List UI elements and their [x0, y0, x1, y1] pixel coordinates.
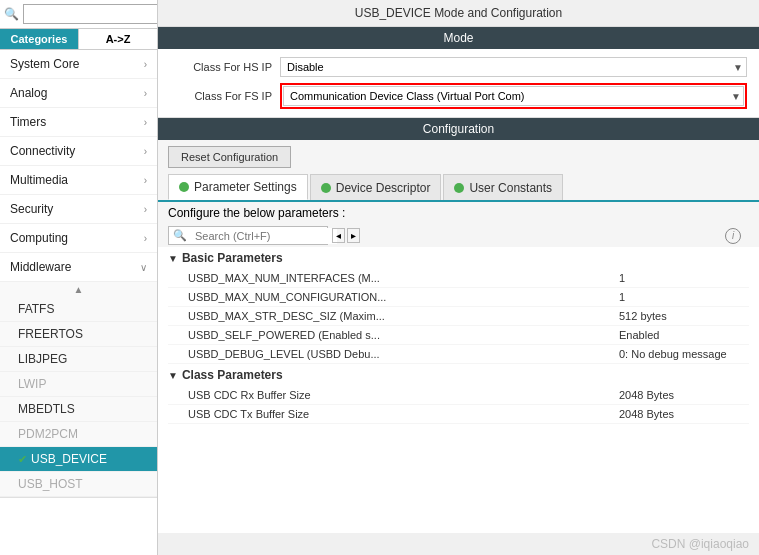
tab-categories[interactable]: Categories — [0, 29, 79, 49]
chevron-right-icon: › — [144, 146, 147, 157]
sidebar-tabs: Categories A->Z — [0, 29, 157, 50]
middleware-item-fatfs[interactable]: FATFS — [0, 297, 157, 322]
main-title: USB_DEVICE Mode and Configuration — [158, 0, 759, 27]
table-row: USB CDC Rx Buffer Size 2048 Bytes — [168, 386, 749, 405]
mode-section: Mode Class For HS IP Disable Communicati… — [158, 27, 759, 118]
param-value: 2048 Bytes — [619, 408, 749, 420]
tab-dot-icon — [321, 183, 331, 193]
sidebar-item-multimedia[interactable]: Multimedia › — [0, 166, 157, 195]
table-row: USBD_MAX_NUM_INTERFACES (M... 1 — [168, 269, 749, 288]
middleware-item-mbedtls[interactable]: MBEDTLS — [0, 397, 157, 422]
info-icon[interactable]: i — [725, 228, 741, 244]
middleware-item-label: USB_DEVICE — [31, 452, 107, 466]
middleware-children: ▲ FATFS FREERTOS LIBJPEG LWIP MBEDTLS PD… — [0, 282, 157, 498]
chevron-right-icon: › — [144, 204, 147, 215]
fs-ip-select[interactable]: Disable Communication Device Class (Virt… — [283, 86, 744, 106]
chevron-right-icon: › — [144, 59, 147, 70]
sidebar-items: System Core › Analog › Timers › Connecti… — [0, 50, 157, 555]
middleware-item-pdm2pcm[interactable]: PDM2PCM — [0, 422, 157, 447]
mode-form: Class For HS IP Disable Communication De… — [158, 49, 759, 118]
config-section-header: Configuration — [158, 118, 759, 140]
fs-ip-label: Class For FS IP — [170, 90, 280, 102]
sidebar-item-computing[interactable]: Computing › — [0, 224, 157, 253]
chevron-right-icon: › — [144, 233, 147, 244]
middleware-item-usb-host[interactable]: USB_HOST — [0, 472, 157, 497]
search-icon: 🔍 — [169, 227, 191, 244]
middleware-item-usb-device[interactable]: ✔ USB_DEVICE — [0, 447, 157, 472]
config-toolbar: Reset Configuration — [158, 140, 759, 174]
hs-ip-select[interactable]: Disable Communication Device Class (Virt… — [280, 57, 747, 77]
sidebar-item-label: Computing — [10, 231, 68, 245]
sidebar-item-label: Analog — [10, 86, 47, 100]
class-params-group-header[interactable]: ▼ Class Parameters — [168, 364, 749, 386]
sidebar: 🔍 Categories A->Z System Core › Analog ›… — [0, 0, 158, 555]
watermark: CSDN @iqiaoqiao — [158, 533, 759, 555]
scroll-up-icon[interactable]: ▲ — [0, 282, 157, 297]
sidebar-item-security[interactable]: Security › — [0, 195, 157, 224]
middleware-item-lwip[interactable]: LWIP — [0, 372, 157, 397]
config-tabs: Parameter Settings Device Descriptor Use… — [158, 174, 759, 202]
sidebar-item-connectivity[interactable]: Connectivity › — [0, 137, 157, 166]
sidebar-item-system-core[interactable]: System Core › — [0, 50, 157, 79]
search-next-button[interactable]: ▸ — [347, 228, 360, 243]
search-prev-button[interactable]: ◂ — [332, 228, 345, 243]
param-name: USBD_MAX_NUM_INTERFACES (M... — [188, 272, 619, 284]
sidebar-item-timers[interactable]: Timers › — [0, 108, 157, 137]
table-row: USBD_SELF_POWERED (Enabled s... Enabled — [168, 326, 749, 345]
table-row: USBD_MAX_NUM_CONFIGURATION... 1 — [168, 288, 749, 307]
param-name: USB CDC Rx Buffer Size — [188, 389, 619, 401]
collapse-arrow-icon: ▼ — [168, 370, 178, 381]
param-value: 0: No debug message — [619, 348, 749, 360]
chevron-down-icon: ∨ — [140, 262, 147, 273]
reset-configuration-button[interactable]: Reset Configuration — [168, 146, 291, 168]
collapse-arrow-icon: ▼ — [168, 253, 178, 264]
table-row: USBD_DEBUG_LEVEL (USBD Debu... 0: No deb… — [168, 345, 749, 364]
tab-dot-icon — [179, 182, 189, 192]
sidebar-item-label: Connectivity — [10, 144, 75, 158]
class-params-label: Class Parameters — [182, 368, 283, 382]
tab-parameter-settings[interactable]: Parameter Settings — [168, 174, 308, 200]
tab-atoz[interactable]: A->Z — [79, 29, 157, 49]
tab-device-descriptor[interactable]: Device Descriptor — [310, 174, 442, 200]
param-value: 2048 Bytes — [619, 389, 749, 401]
search-row: 🔍 ◂ ▸ i — [158, 224, 759, 247]
sidebar-item-label: Security — [10, 202, 53, 216]
fs-ip-select-wrap: Disable Communication Device Class (Virt… — [280, 83, 747, 109]
param-search-input[interactable] — [191, 228, 337, 244]
param-search-wrap: 🔍 — [168, 226, 328, 245]
chevron-right-icon: › — [144, 88, 147, 99]
sidebar-search-input[interactable] — [23, 4, 158, 24]
chevron-right-icon: › — [144, 175, 147, 186]
middleware-item-libjpeg[interactable]: LIBJPEG — [0, 347, 157, 372]
mode-row-fs: Class For FS IP Disable Communication De… — [170, 83, 747, 109]
param-name: USBD_SELF_POWERED (Enabled s... — [188, 329, 619, 341]
config-section: Configuration Reset Configuration Parame… — [158, 118, 759, 555]
sidebar-item-middleware[interactable]: Middleware ∨ — [0, 253, 157, 282]
param-name: USBD_MAX_STR_DESC_SIZ (Maxim... — [188, 310, 619, 322]
check-icon: ✔ — [18, 453, 27, 466]
chevron-right-icon: › — [144, 117, 147, 128]
params-area: ▼ Basic Parameters USBD_MAX_NUM_INTERFAC… — [158, 247, 759, 533]
param-value: 1 — [619, 272, 749, 284]
search-icon: 🔍 — [4, 7, 19, 21]
tab-dot-icon — [454, 183, 464, 193]
sidebar-item-analog[interactable]: Analog › — [0, 79, 157, 108]
search-nav-btns: ◂ ▸ — [328, 226, 364, 245]
sidebar-item-label: System Core — [10, 57, 79, 71]
table-row: USBD_MAX_STR_DESC_SIZ (Maxim... 512 byte… — [168, 307, 749, 326]
param-name: USB CDC Tx Buffer Size — [188, 408, 619, 420]
param-value: Enabled — [619, 329, 749, 341]
basic-params-group-header[interactable]: ▼ Basic Parameters — [168, 247, 749, 269]
param-value: 512 bytes — [619, 310, 749, 322]
param-name: USBD_MAX_NUM_CONFIGURATION... — [188, 291, 619, 303]
main-content: USB_DEVICE Mode and Configuration Mode C… — [158, 0, 759, 555]
hs-ip-label: Class For HS IP — [170, 61, 280, 73]
middleware-item-freertos[interactable]: FREERTOS — [0, 322, 157, 347]
sidebar-item-label: Middleware — [10, 260, 71, 274]
sidebar-item-label: Multimedia — [10, 173, 68, 187]
table-row: USB CDC Tx Buffer Size 2048 Bytes — [168, 405, 749, 424]
mode-row-hs: Class For HS IP Disable Communication De… — [170, 57, 747, 77]
filter-label: Configure the below parameters : — [168, 206, 345, 220]
tab-user-constants[interactable]: User Constants — [443, 174, 563, 200]
basic-params-label: Basic Parameters — [182, 251, 283, 265]
